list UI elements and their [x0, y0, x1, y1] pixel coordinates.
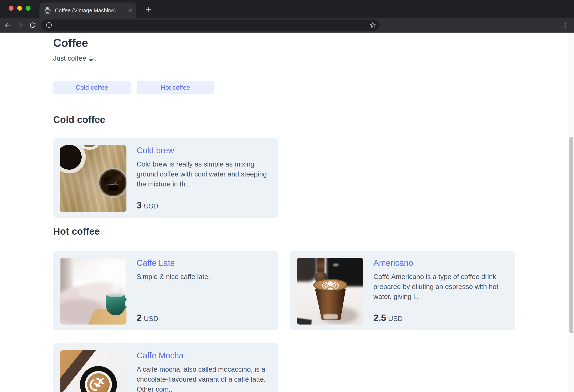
- browser-titlebar: Coffee (Vintage Machine) - Eas × +: [0, 0, 574, 18]
- page-scrollbar-track[interactable]: [568, 33, 574, 392]
- glass-base-shape: [323, 314, 338, 319]
- page-subtitle: Just coffee ☕.: [53, 54, 515, 63]
- section-heading-cold-coffee: Cold coffee: [53, 114, 515, 125]
- product-card-caffe-late[interactable]: Caffe Late Simple & nice caffe late. 2 U…: [53, 251, 278, 330]
- cold-coffee-cards-row: Cold brew Cold brew is really as simple …: [53, 138, 515, 218]
- category-filter-row: Cold coffee Hot coffee: [53, 81, 515, 94]
- blurred-object-shape: [297, 258, 317, 282]
- reload-icon: [29, 21, 36, 29]
- product-price: 2 USD: [137, 313, 158, 323]
- reload-button[interactable]: [28, 20, 37, 30]
- tab-title-fade: [107, 2, 123, 18]
- product-title-link[interactable]: Cold brew: [137, 145, 174, 155]
- product-description: Caffè Americano is a type of coffee drin…: [373, 272, 506, 302]
- product-image-cold-brew: [60, 145, 126, 212]
- url-input[interactable]: [56, 22, 366, 28]
- tamper-shape: [317, 258, 325, 273]
- forward-arrow-icon: [16, 21, 24, 29]
- back-button[interactable]: [3, 20, 12, 30]
- product-image-caffe-late: [60, 258, 126, 325]
- page-content: Coffee Just coffee ☕. Cold coffee Hot co…: [0, 33, 515, 392]
- steam-shape: [109, 281, 121, 295]
- product-title-link[interactable]: Americano: [373, 258, 413, 268]
- macos-traffic-lights: [9, 6, 31, 11]
- product-price: 3 USD: [137, 200, 158, 210]
- tab-close-icon[interactable]: ×: [128, 7, 132, 14]
- price-amount: 2: [137, 313, 142, 323]
- browser-toolbar: [0, 18, 574, 32]
- highlight-shape: [333, 264, 339, 266]
- forward-button[interactable]: [15, 20, 25, 30]
- close-window-button[interactable]: [9, 6, 14, 11]
- product-price: 2.5 USD: [373, 313, 403, 323]
- product-title-link[interactable]: Caffe Late: [137, 258, 175, 268]
- product-card-body: Caffe Late Simple & nice caffe late. 2 U…: [137, 258, 271, 324]
- product-card-body: Caffe Mocha A caffè mocha, also called m…: [137, 350, 271, 392]
- product-card-caffe-mocha[interactable]: Caffe Mocha A caffè mocha, also called m…: [53, 343, 278, 392]
- page-title: Coffee: [53, 36, 515, 49]
- filter-button-cold-coffee[interactable]: Cold coffee: [53, 81, 131, 94]
- mug-rim-shape: [107, 293, 124, 297]
- minimize-window-button[interactable]: [17, 6, 22, 11]
- page-viewport: Coffee Just coffee ☕. Cold coffee Hot co…: [0, 33, 574, 392]
- product-card-body: Cold brew Cold brew is really as simple …: [137, 145, 271, 211]
- filter-button-hot-coffee[interactable]: Hot coffee: [137, 81, 214, 94]
- kebab-menu-icon: [561, 21, 569, 29]
- back-arrow-icon: [4, 21, 11, 29]
- zoom-window-button[interactable]: [26, 6, 31, 11]
- browser-menu-button[interactable]: [560, 20, 570, 30]
- site-info-icon[interactable]: [46, 22, 52, 28]
- latte-art-heart-shape: [328, 281, 333, 286]
- product-image-americano: [297, 258, 363, 325]
- product-image-caffe-mocha: [60, 350, 126, 392]
- product-description: Cold brew is really as simple as mixing …: [137, 159, 269, 189]
- ice-cube-shape: [108, 185, 119, 191]
- browser-window: Coffee (Vintage Machine) - Eas × +: [0, 0, 574, 392]
- new-tab-button[interactable]: +: [143, 4, 155, 15]
- page-scrollbar-thumb[interactable]: [570, 137, 573, 333]
- section-heading-hot-coffee: Hot coffee: [53, 226, 515, 237]
- address-bar[interactable]: [41, 20, 380, 31]
- hot-coffee-cards-row-1: Caffe Late Simple & nice caffe late. 2 U…: [53, 251, 515, 330]
- product-card-cold-brew[interactable]: Cold brew Cold brew is really as simple …: [53, 138, 278, 218]
- price-currency: USD: [388, 315, 403, 323]
- product-description: Simple & nice caffe late.: [137, 272, 269, 282]
- green-mug-shape: [106, 294, 125, 315]
- bookmark-star-icon[interactable]: [369, 21, 376, 29]
- product-card-americano[interactable]: Americano Caffè Americano is a type of c…: [290, 251, 515, 330]
- product-title-link[interactable]: Caffe Mocha: [137, 351, 184, 360]
- price-amount: 2.5: [373, 313, 386, 323]
- price-currency: USD: [144, 315, 158, 323]
- browser-tab-coffee[interactable]: Coffee (Vintage Machine) - Eas ×: [40, 2, 136, 18]
- coffee-cup-favicon-icon: [44, 7, 52, 14]
- price-currency: USD: [144, 202, 158, 210]
- hot-coffee-cards-row-2: Caffe Mocha A caffè mocha, also called m…: [53, 343, 515, 392]
- product-card-body: Americano Caffè Americano is a type of c…: [373, 258, 508, 324]
- product-description: A caffè mocha, also called mocaccino, is…: [137, 364, 269, 392]
- price-amount: 3: [137, 200, 142, 210]
